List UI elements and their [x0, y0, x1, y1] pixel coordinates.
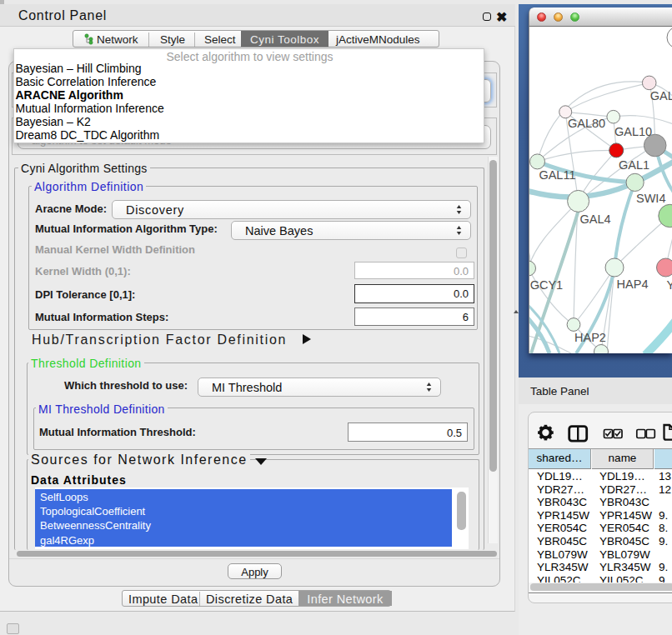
svg-text:GAL4: GAL4	[580, 212, 611, 226]
svg-text:GAL1: GAL1	[619, 158, 649, 172]
svg-text:GAL80: GAL80	[568, 117, 605, 130]
svg-text:HAP2: HAP2	[574, 331, 606, 344]
svg-text:HAP4: HAP4	[617, 278, 649, 291]
svg-text:GCY1: GCY1	[530, 278, 564, 292]
svg-text:Y: Y	[666, 278, 672, 292]
svg-text:GAL10: GAL10	[614, 125, 652, 138]
svg-text:GAL: GAL	[650, 89, 672, 102]
svg-text:GAL11: GAL11	[539, 168, 575, 182]
svg-text:SWI4: SWI4	[636, 192, 665, 205]
